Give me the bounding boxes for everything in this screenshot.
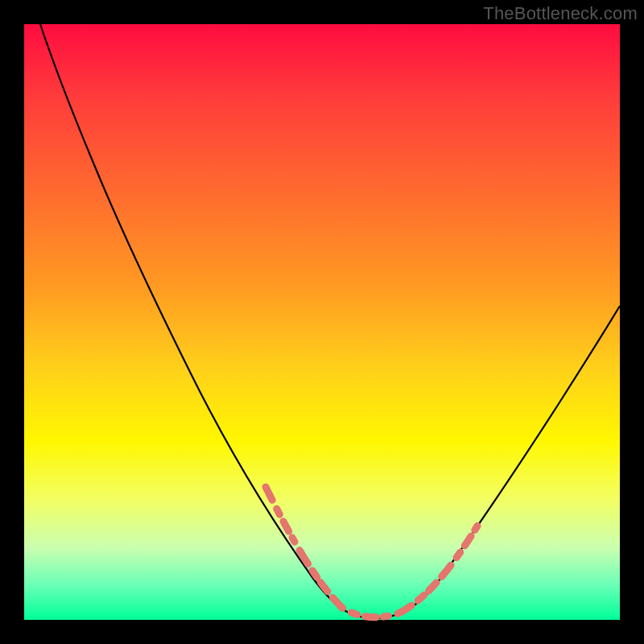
curve-svg	[24, 24, 620, 620]
highlight-dots	[266, 487, 479, 617]
chart-frame: TheBottleneck.com	[0, 0, 644, 644]
bottleneck-curve	[40, 24, 620, 618]
watermark-text: TheBottleneck.com	[483, 3, 638, 24]
plot-area	[24, 24, 620, 620]
